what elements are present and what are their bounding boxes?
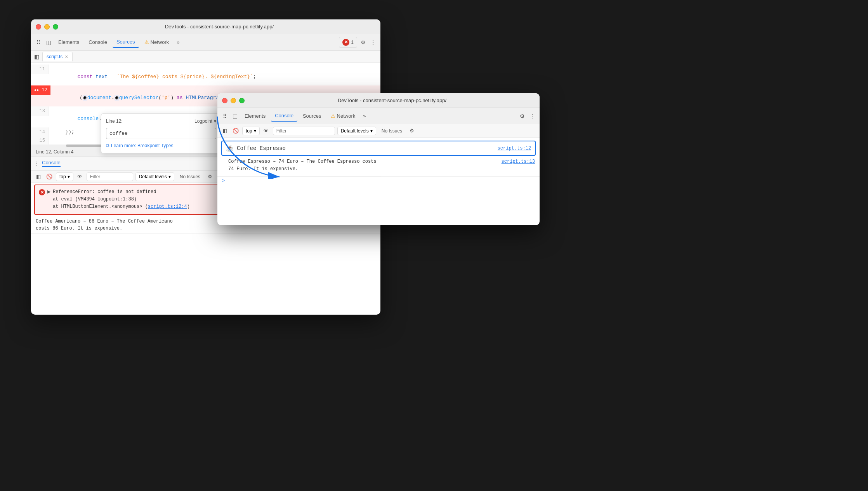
chevron-down-icon-levels-back: ▾ bbox=[168, 174, 171, 179]
expand-error-icon[interactable]: ▶ bbox=[47, 189, 50, 194]
warning-icon-back: ⚠ bbox=[144, 39, 149, 45]
arrow-row: > bbox=[217, 177, 540, 185]
console-tab-label-back[interactable]: Console bbox=[42, 160, 61, 167]
filter-input-front[interactable] bbox=[273, 127, 335, 135]
more-tabs-front[interactable]: » bbox=[361, 111, 368, 120]
logpoint-popup: Line 12: Logpoint ▾ ⧉ Learn more: Breakp… bbox=[101, 113, 221, 153]
minimize-button-front[interactable] bbox=[231, 98, 236, 103]
title-bar-front: DevTools - consistent-source-map-pc.netl… bbox=[217, 93, 540, 108]
sidebar-toggle-front[interactable]: ◧ bbox=[220, 127, 229, 135]
levels-dropdown-back[interactable]: Default levels ▾ bbox=[135, 172, 174, 181]
device-mode-icon[interactable]: ◫ bbox=[44, 38, 53, 47]
settings-icon-front[interactable]: ⚙ bbox=[518, 112, 526, 120]
traffic-lights-back bbox=[36, 24, 58, 30]
devtools-front-window: DevTools - consistent-source-map-pc.netl… bbox=[217, 93, 540, 225]
error-count-badge-back: ✕ bbox=[342, 39, 349, 46]
learn-more-section: ⧉ Learn more: Breakpoint Types bbox=[106, 143, 216, 148]
settings-icon-console-front[interactable]: ⚙ bbox=[408, 127, 416, 135]
close-file-tab[interactable]: × bbox=[65, 54, 68, 60]
tab-elements-front[interactable]: Elements bbox=[241, 111, 269, 121]
clear-console-front[interactable]: 🚫 bbox=[231, 127, 240, 135]
sidebar-toggle-icon[interactable]: ◧ bbox=[34, 54, 39, 60]
console-toolbar-front: ◧ 🚫 top ▾ 👁 Default levels ▾ No Issues ⚙ bbox=[217, 124, 540, 138]
logpoint-type-dropdown[interactable]: Logpoint ▾ bbox=[194, 118, 216, 124]
line-12-dot: ●● bbox=[34, 88, 39, 92]
tab-sources-front[interactable]: Sources bbox=[299, 111, 325, 121]
devtools-toolbar-back: ⠿ ◫ Elements Console Sources ⚠ Network »… bbox=[31, 34, 380, 50]
console-output-front: ☕ Coffee Espresso script.ts:12 Coffee Es… bbox=[217, 138, 540, 225]
menu-dots-icon-console[interactable]: ⋮ bbox=[34, 160, 40, 167]
chevron-down-icon-levels-front: ▾ bbox=[370, 128, 373, 134]
chevron-down-icon: ▾ bbox=[214, 118, 216, 124]
levels-dropdown-front[interactable]: Default levels ▾ bbox=[337, 127, 376, 135]
devtools-toolbar-front: ⠿ ◫ Elements Console Sources ⚠ Network »… bbox=[217, 108, 540, 124]
top-selector-back[interactable]: top ▾ bbox=[56, 172, 73, 181]
device-mode-icon-front[interactable]: ◫ bbox=[231, 112, 239, 120]
more-options-icon-back[interactable]: ⋮ bbox=[369, 38, 377, 47]
inspector-icon-front[interactable]: ⠿ bbox=[220, 112, 229, 120]
no-issues-back: No Issues bbox=[177, 173, 203, 181]
tab-console-back[interactable]: Console bbox=[85, 37, 111, 47]
logpoint-expression-input[interactable] bbox=[106, 128, 216, 139]
chevron-down-icon-top-back: ▾ bbox=[68, 174, 70, 179]
title-bar-back: DevTools - consistent-source-map-pc.netl… bbox=[31, 19, 380, 34]
file-tabs-bar: ◧ script.ts × bbox=[31, 50, 380, 63]
coffee-espresso-row: ☕ Coffee Espresso script.ts:12 bbox=[221, 141, 536, 156]
chevron-down-icon-top-front: ▾ bbox=[254, 128, 256, 134]
error-icon-circle: ✕ bbox=[39, 189, 45, 195]
maximize-button-back[interactable] bbox=[53, 24, 58, 30]
eye-icon-front[interactable]: 👁 bbox=[262, 127, 271, 135]
coffee-espresso-detail-link[interactable]: script.ts:13 bbox=[502, 159, 535, 164]
tab-network-front[interactable]: ⚠ Network bbox=[327, 111, 359, 121]
traffic-lights-front bbox=[222, 98, 245, 103]
coffee-espresso-link[interactable]: script.ts:12 bbox=[498, 146, 531, 151]
window-title-back: DevTools - consistent-source-map-pc.netl… bbox=[63, 24, 376, 30]
no-issues-front: No Issues bbox=[378, 127, 405, 135]
eye-icon-back[interactable]: 👁 bbox=[76, 172, 84, 181]
logpoint-line-label: Line 12: bbox=[106, 118, 123, 124]
tab-sources-back[interactable]: Sources bbox=[113, 37, 139, 48]
more-tabs-back[interactable]: » bbox=[174, 38, 182, 47]
warning-icon-front: ⚠ bbox=[331, 113, 335, 119]
sidebar-toggle-console-back[interactable]: ◧ bbox=[34, 172, 43, 181]
inspector-icon[interactable]: ⠿ bbox=[34, 38, 43, 47]
close-button-front[interactable] bbox=[222, 98, 227, 103]
top-selector-front[interactable]: top ▾ bbox=[242, 127, 260, 135]
window-title-front: DevTools - consistent-source-map-pc.netl… bbox=[249, 98, 535, 103]
clear-console-back[interactable]: 🚫 bbox=[45, 172, 54, 181]
maximize-button-front[interactable] bbox=[239, 98, 245, 103]
coffee-espresso-detail-row: Coffee Espresso – 74 Euro – The Coffee E… bbox=[217, 157, 540, 177]
settings-icon-console-back[interactable]: ⚙ bbox=[206, 172, 214, 181]
coffee-espresso-text: Coffee Espresso bbox=[237, 145, 286, 151]
script-ts-tab[interactable]: script.ts × bbox=[42, 52, 73, 61]
coffee-icon: ☕ bbox=[226, 145, 234, 152]
learn-more-link[interactable]: ⧉ Learn more: Breakpoint Types bbox=[106, 143, 216, 148]
code-line-11: 11 const text = `The ${coffee} costs ${p… bbox=[31, 64, 380, 85]
minimize-button-back[interactable] bbox=[44, 24, 50, 30]
tab-elements-back[interactable]: Elements bbox=[54, 37, 83, 47]
filter-input-back[interactable] bbox=[87, 172, 133, 181]
error-link-stack[interactable]: script.ts:12:4 bbox=[148, 204, 187, 209]
settings-icon-back[interactable]: ⚙ bbox=[359, 38, 367, 47]
close-button-back[interactable] bbox=[36, 24, 41, 30]
tab-network-back[interactable]: ⚠ Network bbox=[141, 37, 173, 47]
logpoint-header: Line 12: Logpoint ▾ bbox=[106, 118, 216, 124]
more-options-icon-front[interactable]: ⋮ bbox=[528, 112, 536, 120]
external-link-icon: ⧉ bbox=[106, 143, 109, 148]
coffee-espresso-detail-text: Coffee Espresso – 74 Euro – The Coffee E… bbox=[217, 157, 381, 176]
tab-console-front[interactable]: Console bbox=[271, 110, 297, 122]
issues-badge-back[interactable]: ✕ 1 bbox=[339, 37, 357, 48]
